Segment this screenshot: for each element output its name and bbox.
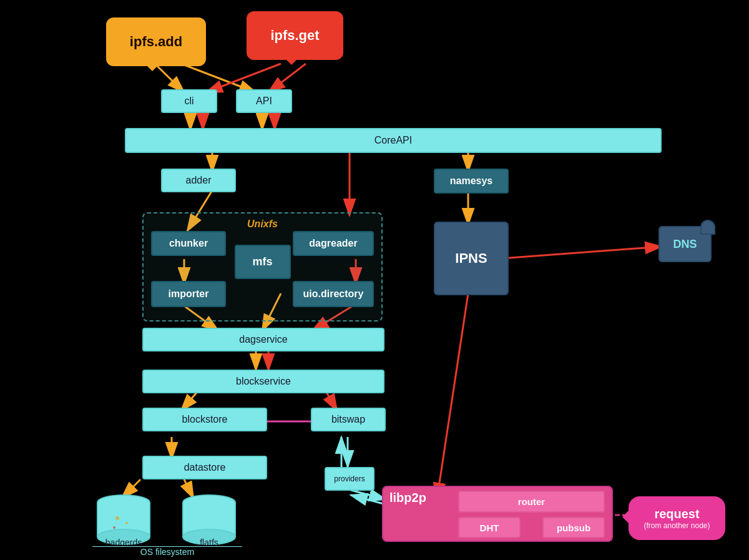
os-filesystem-label: OS filesystem bbox=[92, 546, 242, 557]
bitswap-label: bitswap bbox=[331, 414, 365, 425]
mfs-box: mfs bbox=[235, 245, 291, 279]
pubsub-label: pubsub bbox=[557, 523, 590, 533]
coreapi-box: CoreAPI bbox=[125, 128, 662, 153]
chunker-label: chunker bbox=[169, 238, 208, 249]
ipfs-add-label: ipfs.add bbox=[130, 34, 182, 50]
dht-box: DHT bbox=[458, 517, 521, 538]
request-bubble: request (from another node) bbox=[629, 496, 725, 540]
flatfs-area: flatfs bbox=[178, 493, 240, 549]
blockstore-label: blockstore bbox=[182, 414, 228, 425]
adder-box: adder bbox=[161, 169, 236, 192]
svg-point-45 bbox=[125, 522, 128, 524]
ipns-box: IPNS bbox=[434, 222, 509, 295]
router-box: router bbox=[458, 491, 605, 513]
blockservice-label: blockservice bbox=[236, 376, 291, 387]
svg-point-46 bbox=[113, 526, 115, 529]
namesys-box: namesys bbox=[434, 169, 509, 194]
svg-line-6 bbox=[155, 64, 184, 92]
request-sub-label: (from another node) bbox=[644, 521, 710, 530]
libp2p-box: libp2p router DHT pubsub bbox=[382, 486, 613, 542]
svg-point-44 bbox=[115, 516, 119, 520]
dagservice-label: dagservice bbox=[239, 334, 287, 345]
dht-label: DHT bbox=[480, 523, 499, 533]
ipfs-get-bubble: ipfs.get bbox=[247, 11, 343, 60]
dagservice-box: dagservice bbox=[142, 328, 384, 351]
blockservice-box: blockservice bbox=[142, 370, 384, 393]
providers-label: providers bbox=[334, 474, 365, 483]
diagram-container: ipfs.add ipfs.get cli API CoreAPI adder … bbox=[0, 0, 749, 560]
svg-line-8 bbox=[206, 64, 281, 92]
chunker-box: chunker bbox=[151, 231, 226, 256]
dns-label: DNS bbox=[673, 238, 697, 251]
badgerds-area: badgerds bbox=[92, 493, 155, 549]
api-label: API bbox=[256, 96, 272, 107]
datastore-box: datastore bbox=[142, 456, 267, 479]
svg-line-7 bbox=[181, 64, 256, 92]
router-label: router bbox=[518, 496, 545, 507]
cli-box: cli bbox=[161, 89, 217, 113]
api-box: API bbox=[236, 89, 292, 113]
unixfs-label: Unixfs bbox=[247, 219, 278, 230]
mfs-label: mfs bbox=[252, 255, 272, 268]
request-label: request bbox=[654, 507, 699, 521]
adder-label: adder bbox=[186, 175, 212, 186]
pubsub-box: pubsub bbox=[542, 517, 605, 538]
uio-directory-box: uio.directory bbox=[293, 281, 374, 307]
dns-box: DNS bbox=[658, 226, 712, 262]
uio-directory-label: uio.directory bbox=[303, 288, 364, 300]
namesys-label: namesys bbox=[450, 175, 493, 187]
dagreader-label: dagreader bbox=[309, 238, 357, 249]
providers-box: providers bbox=[325, 467, 374, 491]
bitswap-box: bitswap bbox=[311, 408, 386, 431]
svg-line-33 bbox=[493, 247, 662, 259]
ipns-label: IPNS bbox=[455, 250, 487, 267]
importer-label: importer bbox=[169, 288, 209, 300]
svg-line-32 bbox=[437, 293, 468, 499]
cli-label: cli bbox=[184, 96, 193, 107]
unixfs-container: Unixfs chunker dagreader mfs importer ui… bbox=[142, 212, 383, 322]
svg-line-37 bbox=[351, 495, 386, 504]
importer-box: importer bbox=[151, 281, 226, 307]
ipfs-add-bubble: ipfs.add bbox=[106, 17, 206, 66]
dagreader-box: dagreader bbox=[293, 231, 374, 256]
blockstore-box: blockstore bbox=[142, 408, 267, 431]
svg-line-36 bbox=[351, 490, 386, 499]
ipfs-get-label: ipfs.get bbox=[270, 27, 319, 44]
datastore-label: datastore bbox=[184, 462, 226, 473]
coreapi-label: CoreAPI bbox=[374, 135, 412, 146]
